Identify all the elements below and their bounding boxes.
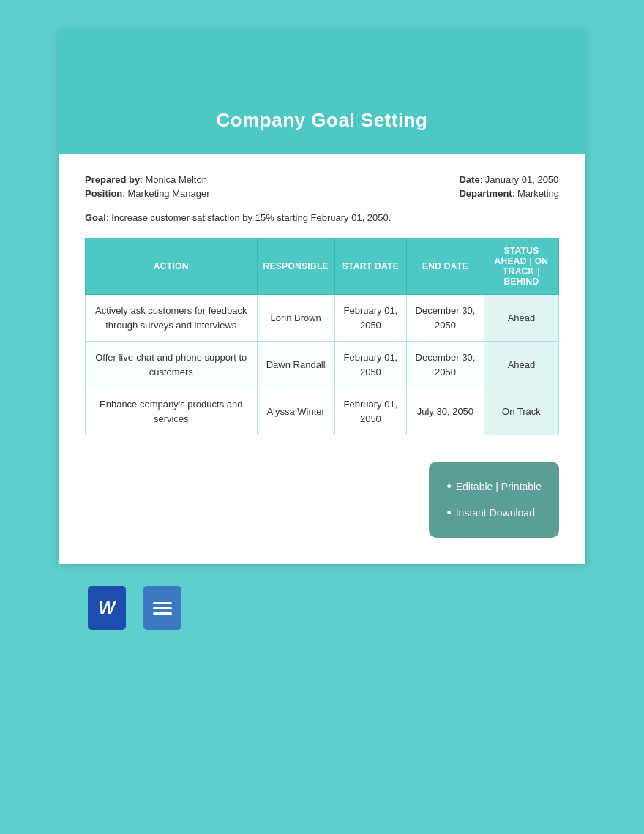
cell-responsible: Lorin Brown [257,295,334,342]
document: Company Goal Setting Prepared by: Monica… [59,29,585,564]
position: Position: Marketing Manager [85,188,210,199]
feature-badge: Editable | Printable Instant Download [429,462,559,538]
document-header: Company Goal Setting [59,29,585,154]
cell-start-date: February 01, 2050 [334,342,406,388]
cell-start-date: February 01, 2050 [334,295,406,342]
cell-end-date: December 30, 2050 [406,295,484,342]
word-icon-wrap: W [88,586,130,634]
docs-icon-wrap [143,586,186,634]
app-icons: W [88,586,186,634]
document-title: Company Goal Setting [217,109,428,132]
table-row: Offer live-chat and phone support to cus… [86,342,559,388]
cell-action: Enhance company's products and services [86,388,258,435]
cell-status: On Track [484,388,558,435]
col-header-action: ACTION [86,238,258,295]
col-header-start-date: START DATE [334,238,406,295]
cell-responsible: Dawn Randall [257,342,334,388]
docs-icon[interactable] [143,586,181,630]
col-header-status: STATUSAhead | On Track |Behind [484,238,558,295]
table-header-row: ACTION RESPONSIBLE START DATE END DATE S… [86,238,559,295]
prepared-by: Prepared by: Monica Melton [85,174,210,185]
cell-start-date: February 01, 2050 [334,388,406,435]
meta-left: Prepared by: Monica Melton Position: Mar… [85,174,210,199]
cell-end-date: December 30, 2050 [406,342,484,388]
department: Department: Marketing [459,188,559,199]
docs-line-1 [153,602,171,604]
cell-status: Ahead [484,295,558,342]
docs-line-2 [153,607,171,609]
badge-line1: Editable | Printable [446,473,542,500]
date: Date: January 01, 2050 [459,174,559,185]
table-row: Enhance company's products and services … [86,388,559,435]
col-header-responsible: RESPONSIBLE [257,238,334,295]
cell-action: Actively ask customers for feedback thro… [86,295,258,342]
cell-status: Ahead [484,342,558,388]
meta-right: Date: January 01, 2050 Department: Marke… [459,174,559,199]
col-header-end-date: END DATE [406,238,484,295]
goal-statement: Goal: Increase customer satisfaction by … [85,212,559,223]
table-row: Actively ask customers for feedback thro… [86,295,559,342]
cell-action: Offer live-chat and phone support to cus… [86,342,258,388]
docs-line-3 [153,612,171,615]
cell-end-date: July 30, 2050 [406,388,484,435]
action-table: ACTION RESPONSIBLE START DATE END DATE S… [85,238,559,435]
word-icon[interactable]: W [88,586,126,630]
meta-info: Prepared by: Monica Melton Position: Mar… [85,174,559,199]
badge-wrapper: Editable | Printable Instant Download [85,447,559,538]
cell-responsible: Alyssa Winter [257,388,334,435]
document-body: Prepared by: Monica Melton Position: Mar… [59,154,585,564]
badge-line2: Instant Download [446,500,542,526]
